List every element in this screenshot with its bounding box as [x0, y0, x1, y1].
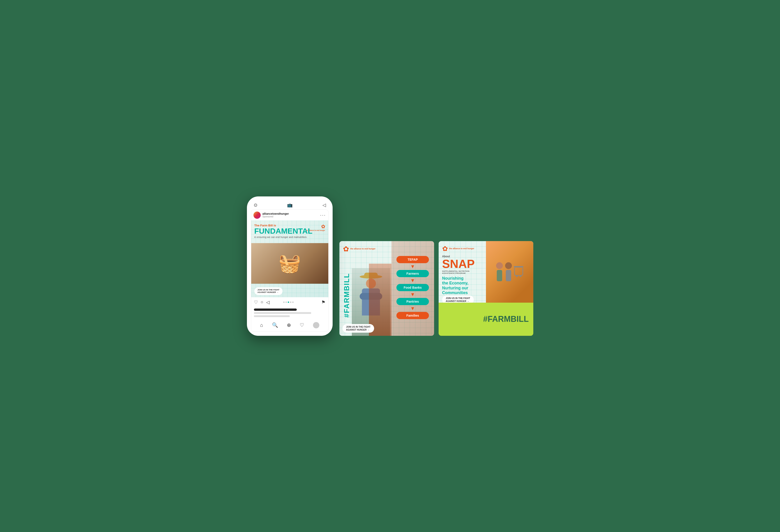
flow-arrow-4: ▼ [410, 306, 415, 311]
post-cta[interactable]: JOIN US IN THE FIGHTAGAINST HUNGER → [254, 287, 283, 295]
flow-arrow-2: ▼ [410, 278, 415, 283]
instagram-actions-row: ♡ ○ ◁ ⚑ [251, 297, 328, 307]
snap-flower-icon: ✿ [442, 245, 448, 253]
snap-panel: ✿ the alliance to end hunger About SNAP … [439, 241, 533, 336]
snap-top: ✿ the alliance to end hunger About SNAP … [439, 241, 533, 303]
farmbill-cta-text: JOIN US IN THE FIGHTAGAINST HUNGER → [346, 326, 371, 331]
snap-cta-pill[interactable]: JOIN US IN THE FIGHTAGAINST HUNGER → [442, 295, 474, 303]
dot-2 [286, 301, 287, 303]
three-dots-icon[interactable]: ··· [320, 212, 326, 217]
flow-arrow-1: ▼ [410, 264, 415, 269]
profile-avatar[interactable] [313, 322, 319, 328]
camera-icon: ⊙ [254, 202, 257, 208]
snap-subtitle: SUPPLEMENTAL NUTRITIONASSISTANCE PROGRAM [442, 270, 530, 274]
post-main-title: FUNDAMENTAL [254, 227, 312, 235]
post-text-area: The Farm Bill is FUNDAMENTAL in ensuring… [254, 224, 312, 238]
panels-container: ✿ the alliance to end hunger #FARMBILL [339, 241, 533, 336]
send-icon: ◁ [323, 202, 326, 208]
snap-logo: ✿ the alliance to end hunger [442, 245, 530, 253]
snap-text-area: About SNAP SUPPLEMENTAL NUTRITIONASSISTA… [442, 255, 530, 295]
farmbill-hashtag-text: #FARMBILL [343, 273, 351, 318]
farmbill-cta-pill[interactable]: JOIN US IN THE FIGHTAGAINST HUNGER → [343, 324, 374, 333]
search-nav-icon[interactable]: 🔍 [272, 322, 278, 328]
flow-pantries: Pantries [396, 298, 429, 305]
farmbill-logo-text: the alliance to end hunger [350, 248, 376, 250]
post-image: ✿ the alliance to end hunger The Farm Bi… [251, 221, 328, 297]
activity-icon[interactable]: ♡ [300, 322, 304, 328]
heart-icon[interactable]: ♡ [254, 299, 258, 305]
caption-line-3 [254, 315, 290, 317]
share-icon[interactable]: ◁ [266, 299, 270, 305]
post-cta-text: JOIN US IN THE FIGHTAGAINST HUNGER → [257, 289, 280, 294]
flower-icon: ✿ [321, 224, 325, 230]
caption-line-2 [254, 312, 311, 314]
instagram-bottom-nav: ⌂ 🔍 ⊕ ♡ [251, 319, 328, 332]
instagram-post-card: alliancetoendhunger Sponsored ··· ✿ the … [251, 209, 329, 332]
farmbill-cta[interactable]: JOIN US IN THE FIGHTAGAINST HUNGER → [343, 324, 374, 333]
flow-arrow-3: ▼ [410, 292, 415, 297]
snap-hashtag: #FARMBILL [483, 315, 529, 324]
farmbill-panel: ✿ the alliance to end hunger #FARMBILL [339, 241, 434, 336]
dot-3 [288, 301, 289, 303]
grocery-basket-area: 🧺 [251, 243, 328, 284]
bookmark-icon[interactable]: ⚑ [321, 299, 326, 305]
dot-4 [290, 301, 291, 303]
comment-icon[interactable]: ○ [261, 299, 263, 305]
caption-line-1 [254, 308, 297, 311]
snap-cta[interactable]: JOIN US IN THE FIGHTAGAINST HUNGER → [442, 295, 530, 303]
flow-chart: TEFAP ▼ Farmers ▼ Food Banks ▼ Pantries … [394, 256, 432, 319]
farmbill-left: ✿ the alliance to end hunger #FARMBILL [339, 241, 391, 336]
dot-1 [283, 301, 285, 303]
farmbill-flow: TEFAP ▼ Farmers ▼ Food Banks ▼ Pantries … [391, 241, 434, 336]
home-icon[interactable]: ⌂ [260, 322, 263, 328]
flow-food-banks: Food Banks [396, 284, 429, 291]
farmbill-hashtag-vertical: #FARMBILL [343, 273, 351, 318]
flow-families: Families [396, 312, 429, 319]
flow-tefap: TEFAP [396, 256, 429, 263]
phone-top-bar: ⊙ 📺 ◁ [251, 200, 329, 209]
snap-logo-text: the alliance to end hunger [449, 247, 475, 250]
instagram-subtext: Sponsored [262, 215, 289, 218]
instagram-caption [251, 307, 328, 319]
username-block: alliancetoendhunger Sponsored [262, 212, 289, 218]
instagram-username: alliancetoendhunger [262, 212, 289, 215]
flow-farmers: Farmers [396, 270, 429, 277]
post-subtitle: in ensuring we can end hunger and malnut… [254, 236, 312, 238]
instagram-post-header: alliancetoendhunger Sponsored ··· [251, 210, 328, 221]
panel-row: ✿ the alliance to end hunger #FARMBILL [339, 241, 533, 336]
post-options[interactable]: ··· [320, 212, 326, 217]
farmbill-logo: ✿ the alliance to end hunger [343, 245, 388, 253]
snap-bottom-bar: #FARMBILL [439, 303, 533, 336]
phone-mockup: ⊙ 📺 ◁ alliancetoendhunger Sponsored ··· [247, 196, 333, 336]
carousel-dots [283, 301, 294, 303]
farmbill-flower-icon: ✿ [343, 245, 349, 253]
snap-tagline: Nourishingthe Economy,Nurturing ourCommu… [442, 276, 530, 295]
add-icon[interactable]: ⊕ [287, 322, 291, 328]
snap-main-title: SNAP [442, 258, 530, 270]
tv-icon: 📺 [287, 202, 293, 208]
dot-5 [292, 301, 294, 303]
avatar [253, 211, 261, 219]
scene: ⊙ 📺 ◁ alliancetoendhunger Sponsored ··· [247, 196, 533, 336]
snap-cta-text: JOIN US IN THE FIGHTAGAINST HUNGER → [446, 297, 470, 303]
